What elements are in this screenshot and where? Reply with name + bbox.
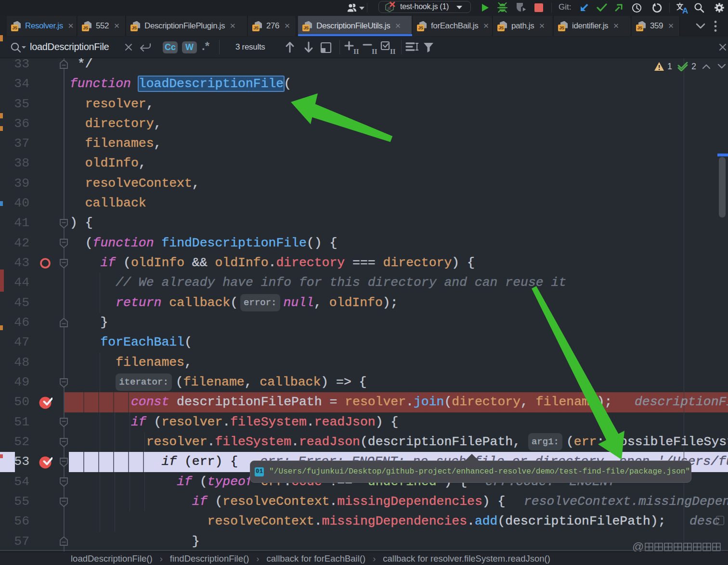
svg-text:II: II xyxy=(353,48,359,54)
svg-text:II: II xyxy=(372,48,377,54)
svg-text:II: II xyxy=(390,48,396,54)
